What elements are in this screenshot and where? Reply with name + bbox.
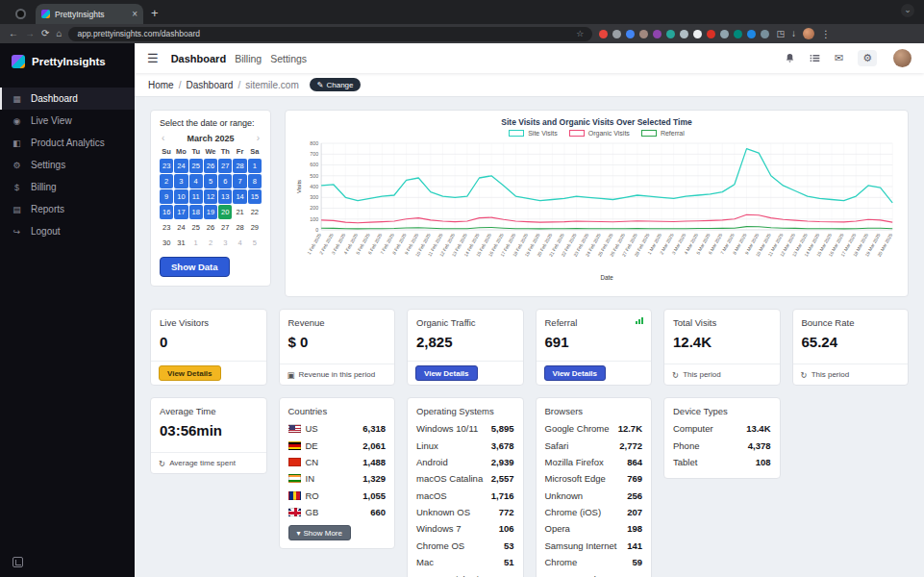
extension-icon[interactable] bbox=[707, 30, 715, 38]
calendar-day[interactable]: 1 bbox=[189, 236, 203, 250]
sidebar-item-live-view[interactable]: ◉Live View bbox=[0, 110, 135, 132]
user-avatar[interactable] bbox=[893, 49, 912, 67]
calendar-day[interactable]: 23 bbox=[160, 220, 173, 235]
show-data-button[interactable]: Show Data bbox=[160, 257, 230, 277]
view-details-button[interactable]: View Details bbox=[544, 365, 607, 381]
calendar-day[interactable]: 25 bbox=[189, 159, 203, 173]
new-tab-button[interactable]: + bbox=[151, 6, 159, 20]
reload-icon[interactable]: ⟳ bbox=[41, 29, 49, 38]
bell-icon[interactable] bbox=[785, 53, 795, 63]
header-nav-settings[interactable]: Settings bbox=[270, 53, 307, 64]
calendar-day[interactable]: 23 bbox=[160, 159, 173, 173]
sidebar-item-billing[interactable]: $Billing bbox=[0, 176, 135, 198]
calendar-day[interactable]: 19 bbox=[204, 205, 217, 219]
calendar-day[interactable]: 8 bbox=[248, 174, 262, 188]
breadcrumb-item-dashboard[interactable]: Dashboard bbox=[186, 80, 233, 90]
calendar-day[interactable]: 2 bbox=[160, 174, 173, 188]
calendar-day[interactable]: 16 bbox=[160, 205, 173, 219]
extension-icon[interactable] bbox=[734, 30, 742, 38]
extension-icon[interactable] bbox=[626, 30, 635, 38]
extensions-puzzle-icon[interactable]: ◳ bbox=[776, 29, 785, 38]
sidebar-item-dashboard[interactable]: ▦Dashboard bbox=[0, 88, 135, 110]
calendar-day[interactable]: 1 bbox=[248, 159, 262, 173]
list-icon[interactable] bbox=[810, 53, 820, 63]
hamburger-menu-icon[interactable]: ☰ bbox=[147, 51, 159, 65]
extension-icon[interactable] bbox=[599, 30, 608, 38]
browser-profile-avatar[interactable] bbox=[803, 28, 814, 39]
calendar-day[interactable]: 4 bbox=[233, 236, 246, 250]
calendar-day[interactable]: 24 bbox=[174, 220, 187, 235]
calendar-day[interactable]: 31 bbox=[174, 236, 187, 250]
calendar-day[interactable]: 27 bbox=[218, 220, 232, 235]
collapse-sidebar-icon[interactable] bbox=[12, 557, 23, 567]
show-more-button[interactable]: ▾Show More bbox=[288, 525, 351, 540]
address-bar[interactable]: app.prettyinsights.com/dashboard ☆ bbox=[68, 27, 592, 41]
back-icon[interactable]: ← bbox=[9, 29, 18, 38]
calendar-day[interactable]: 12 bbox=[204, 189, 217, 204]
tab-close-icon[interactable]: × bbox=[132, 10, 137, 19]
extension-icon[interactable] bbox=[639, 30, 648, 38]
calendar-day[interactable]: 24 bbox=[174, 159, 187, 173]
legend-item-site-visits[interactable]: Site Visits bbox=[509, 130, 558, 137]
view-details-button[interactable]: View Details bbox=[159, 365, 221, 381]
calendar-day[interactable]: 29 bbox=[248, 220, 262, 235]
breadcrumb-item-home[interactable]: Home bbox=[148, 80, 174, 90]
calendar-day[interactable]: 10 bbox=[174, 189, 187, 204]
extension-icon[interactable] bbox=[720, 30, 729, 38]
calendar-day[interactable]: 7 bbox=[233, 174, 246, 188]
calendar-day[interactable]: 9 bbox=[160, 189, 173, 204]
calendar-day[interactable]: 28 bbox=[233, 159, 246, 173]
download-icon[interactable]: ↓ bbox=[791, 29, 796, 38]
app-logo[interactable]: PrettyInsights bbox=[0, 43, 135, 72]
sidebar-item-product-analytics[interactable]: ◧Product Analytics bbox=[0, 132, 135, 154]
calendar-day[interactable]: 28 bbox=[233, 220, 246, 235]
change-button[interactable]: ✎ Change bbox=[310, 78, 362, 91]
calendar-next-icon[interactable]: › bbox=[255, 133, 262, 143]
home-icon[interactable]: ⌂ bbox=[56, 29, 62, 38]
legend-item-organic-visits[interactable]: Organic Visits bbox=[569, 130, 630, 137]
calendar-day[interactable]: 17 bbox=[174, 205, 187, 219]
calendar-day[interactable]: 30 bbox=[160, 236, 173, 250]
extension-icon[interactable] bbox=[747, 30, 756, 38]
calendar-day[interactable]: 2 bbox=[204, 236, 217, 250]
window-menu-icon[interactable]: ⌄ bbox=[901, 4, 914, 17]
calendar-day[interactable]: 5 bbox=[248, 236, 262, 250]
forward-icon[interactable]: → bbox=[25, 29, 35, 38]
view-details-button[interactable]: View Details bbox=[415, 365, 478, 381]
calendar-day[interactable]: 13 bbox=[218, 189, 232, 204]
extension-icon[interactable] bbox=[612, 30, 621, 38]
calendar-day[interactable]: 3 bbox=[218, 236, 232, 250]
extension-icon[interactable] bbox=[693, 30, 702, 38]
header-nav-billing[interactable]: Billing bbox=[235, 53, 262, 64]
calendar-day[interactable]: 14 bbox=[233, 189, 246, 204]
calendar-day[interactable]: 25 bbox=[189, 220, 203, 235]
header-nav-dashboard[interactable]: Dashboard bbox=[171, 53, 226, 64]
calendar-day[interactable]: 20 bbox=[218, 205, 232, 219]
browser-menu-icon[interactable]: ⋮ bbox=[821, 29, 831, 39]
calendar-day[interactable]: 5 bbox=[204, 174, 217, 188]
calendar-day[interactable]: 11 bbox=[189, 189, 203, 204]
calendar-day[interactable]: 22 bbox=[248, 205, 262, 219]
calendar-day[interactable]: 3 bbox=[174, 174, 187, 188]
mail-icon[interactable]: ✉ bbox=[835, 52, 843, 64]
extension-icon[interactable] bbox=[666, 30, 675, 38]
calendar-day[interactable]: 18 bbox=[189, 205, 203, 219]
calendar-day[interactable]: 26 bbox=[204, 159, 217, 173]
sidebar-item-logout[interactable]: ↪Logout bbox=[0, 220, 135, 242]
extension-icon[interactable] bbox=[680, 30, 688, 38]
calendar-day[interactable]: 21 bbox=[233, 205, 246, 219]
extension-icon[interactable] bbox=[653, 30, 662, 38]
sidebar-item-reports[interactable]: ▤Reports bbox=[0, 198, 135, 220]
browser-tab[interactable]: PrettyInsights × bbox=[36, 4, 143, 24]
calendar-day[interactable]: 6 bbox=[218, 174, 232, 188]
calendar-day[interactable]: 26 bbox=[204, 220, 217, 235]
legend-item-referral[interactable]: Referral bbox=[641, 130, 685, 137]
calendar-day[interactable]: 4 bbox=[189, 174, 203, 188]
bookmark-star-icon[interactable]: ☆ bbox=[576, 29, 584, 38]
gear-icon[interactable]: ⚙ bbox=[858, 50, 877, 66]
sidebar-item-settings[interactable]: ⚙Settings bbox=[0, 154, 135, 176]
extension-icon[interactable] bbox=[761, 30, 769, 38]
calendar-day[interactable]: 27 bbox=[218, 159, 232, 173]
calendar-prev-icon[interactable]: ‹ bbox=[160, 133, 166, 143]
calendar-day[interactable]: 15 bbox=[248, 189, 262, 204]
